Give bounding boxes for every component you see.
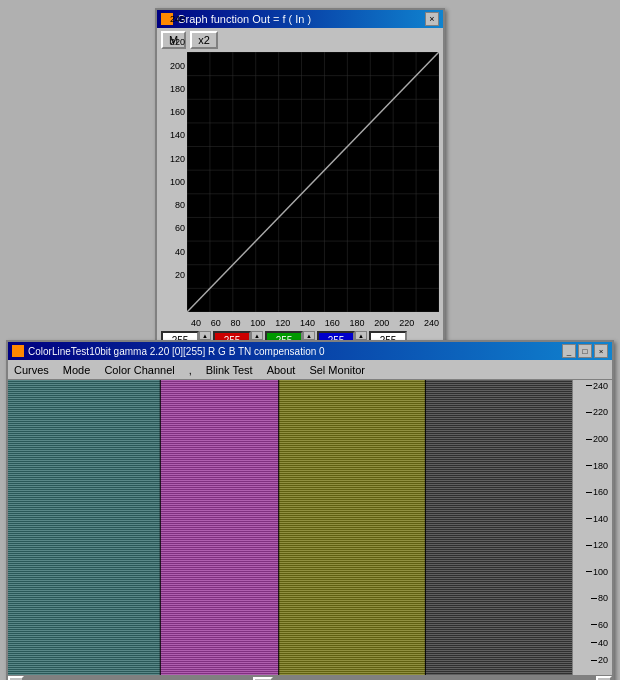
- colorline-ruler: 240 220 200 180 160 140 120 100 80 60 40…: [572, 380, 612, 675]
- colorline-canvas: [8, 380, 572, 675]
- scroll-right-button[interactable]: ►: [596, 676, 612, 681]
- colorline-titlebar: ColorLineTest10bit gamma 2.20 [0][255] R…: [8, 342, 612, 360]
- blue-spin-up[interactable]: ▲: [355, 331, 367, 340]
- scroll-left-button[interactable]: ◄: [8, 676, 24, 681]
- colorline-maximize-button[interactable]: □: [578, 344, 592, 358]
- graph-titlebar: Graph function Out = f ( In ) ×: [157, 10, 443, 28]
- menu-blink-test[interactable]: Blink Test: [204, 363, 255, 377]
- graph-canvas: [187, 52, 439, 312]
- x2-button[interactable]: x2: [190, 31, 218, 49]
- menu-about[interactable]: About: [265, 363, 298, 377]
- ruler-label-80: 80: [591, 593, 608, 603]
- ruler-label-160: 160: [586, 487, 608, 497]
- red-spin-up[interactable]: ▲: [251, 331, 263, 340]
- ruler-label-60: 60: [591, 620, 608, 630]
- ruler-label-240: 240: [586, 381, 608, 391]
- menu-color-channel[interactable]: Color Channel: [102, 363, 176, 377]
- colorline-close-button[interactable]: ×: [594, 344, 608, 358]
- graph-close-button[interactable]: ×: [425, 12, 439, 26]
- ruler-label-180: 180: [586, 461, 608, 471]
- ruler-label-220: 220: [586, 407, 608, 417]
- ruler-label-200: 200: [586, 434, 608, 444]
- colorline-window: ColorLineTest10bit gamma 2.20 [0][255] R…: [6, 340, 614, 680]
- colorline-scrollbar-h: ◄ ►: [8, 675, 612, 680]
- ruler-label-120: 120: [586, 540, 608, 550]
- colorline-titlebar-left: ColorLineTest10bit gamma 2.20 [0][255] R…: [12, 345, 325, 357]
- graph-toolbar: M x2: [157, 28, 443, 52]
- colorline-minimize-button[interactable]: _: [562, 344, 576, 358]
- colorline-title: ColorLineTest10bit gamma 2.20 [0][255] R…: [28, 346, 325, 357]
- menu-sel-monitor[interactable]: Sel Monitor: [307, 363, 367, 377]
- ruler-label-140: 140: [586, 514, 608, 524]
- scroll-track[interactable]: [24, 676, 596, 681]
- menu-curves[interactable]: Curves: [12, 363, 51, 377]
- colorline-menubar: Curves Mode Color Channel , Blink Test A…: [8, 360, 612, 380]
- green-spin-up[interactable]: ▲: [303, 331, 315, 340]
- scroll-thumb[interactable]: [253, 677, 273, 681]
- graph-title: Graph function Out = f ( In ): [177, 13, 311, 25]
- menu-mode[interactable]: Mode: [61, 363, 93, 377]
- colorline-main: [8, 380, 572, 675]
- graph-area: [187, 52, 439, 312]
- ruler-label-40: 40: [591, 638, 608, 648]
- colorline-content: 240 220 200 180 160 140 120 100 80 60 40…: [8, 380, 612, 675]
- graph-window: Graph function Out = f ( In ) × M x2 240…: [155, 8, 445, 354]
- menu-comma: ,: [187, 363, 194, 377]
- colorline-icon: [12, 345, 24, 357]
- graph-x-labels: 40 60 80 100 120 140 160 180 200 220 240: [187, 316, 443, 328]
- ruler-label-20: 20: [591, 655, 608, 665]
- colorline-title-buttons: _ □ ×: [562, 344, 608, 358]
- white-spin-up[interactable]: ▲: [199, 331, 211, 340]
- ruler-label-100: 100: [586, 567, 608, 577]
